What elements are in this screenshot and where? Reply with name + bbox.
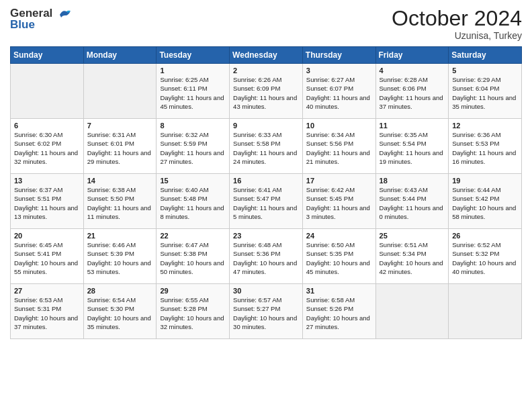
day-number: 9 [233,122,299,130]
day-info: Sunrise: 6:32 AM Sunset: 5:59 PM Dayligh… [160,130,226,166]
day-number: 6 [14,122,80,130]
day-info: Sunrise: 6:50 AM Sunset: 5:35 PM Dayligh… [306,240,372,276]
day-number: 25 [380,232,445,240]
calendar-day-cell [449,284,522,339]
calendar-day-cell [11,64,84,119]
weekday-header-cell: Wednesday [230,47,303,64]
day-info: Sunrise: 6:25 AM Sunset: 6:11 PM Dayligh… [160,75,226,111]
day-number: 29 [160,287,226,295]
day-number: 22 [160,232,226,240]
day-number: 27 [14,287,80,295]
day-info: Sunrise: 6:40 AM Sunset: 5:48 PM Dayligh… [160,185,226,221]
day-info: Sunrise: 6:27 AM Sunset: 6:07 PM Dayligh… [306,75,372,111]
calendar-day-cell: 5Sunrise: 6:29 AM Sunset: 6:04 PM Daylig… [449,64,522,119]
calendar-week-row: 6Sunrise: 6:30 AM Sunset: 6:02 PM Daylig… [11,119,522,174]
weekday-header-cell: Thursday [302,47,375,64]
calendar-day-cell: 28Sunrise: 6:54 AM Sunset: 5:30 PM Dayli… [83,284,157,339]
logo-text: General Blue [10,7,72,32]
day-info: Sunrise: 6:35 AM Sunset: 5:54 PM Dayligh… [380,130,445,166]
calendar-day-cell: 17Sunrise: 6:42 AM Sunset: 5:45 PM Dayli… [302,174,375,229]
day-info: Sunrise: 6:36 AM Sunset: 5:53 PM Dayligh… [452,130,518,166]
calendar-day-cell: 19Sunrise: 6:44 AM Sunset: 5:42 PM Dayli… [449,174,522,229]
calendar-day-cell: 9Sunrise: 6:33 AM Sunset: 5:58 PM Daylig… [230,119,303,174]
calendar-day-cell: 31Sunrise: 6:58 AM Sunset: 5:26 PM Dayli… [302,284,375,339]
day-number: 4 [380,66,445,75]
day-number: 15 [160,177,226,185]
day-number: 20 [14,232,80,240]
calendar-body: 1Sunrise: 6:25 AM Sunset: 6:11 PM Daylig… [11,64,522,339]
day-number: 13 [14,177,80,185]
calendar-week-row: 1Sunrise: 6:25 AM Sunset: 6:11 PM Daylig… [11,64,522,119]
day-info: Sunrise: 6:53 AM Sunset: 5:31 PM Dayligh… [14,295,80,331]
calendar-day-cell: 13Sunrise: 6:37 AM Sunset: 5:51 PM Dayli… [11,174,84,229]
page: General Blue October 2024 Uzunisa, Turke… [0,0,532,411]
weekday-header-cell: Friday [375,47,449,64]
calendar-day-cell: 23Sunrise: 6:48 AM Sunset: 5:36 PM Dayli… [230,229,303,284]
day-info: Sunrise: 6:41 AM Sunset: 5:47 PM Dayligh… [233,185,299,221]
calendar-day-cell [83,64,157,119]
calendar-day-cell: 18Sunrise: 6:43 AM Sunset: 5:44 PM Dayli… [375,174,449,229]
calendar-day-cell: 20Sunrise: 6:45 AM Sunset: 5:41 PM Dayli… [11,229,84,284]
day-number: 14 [87,177,153,185]
logo: General Blue [10,7,72,32]
month-title: October 2024 [392,7,522,30]
calendar-day-cell: 16Sunrise: 6:41 AM Sunset: 5:47 PM Dayli… [230,174,303,229]
calendar-week-row: 13Sunrise: 6:37 AM Sunset: 5:51 PM Dayli… [11,174,522,229]
day-number: 30 [233,287,299,295]
weekday-header-cell: Saturday [449,47,522,64]
calendar-day-cell: 3Sunrise: 6:27 AM Sunset: 6:07 PM Daylig… [302,64,375,119]
calendar-day-cell: 25Sunrise: 6:51 AM Sunset: 5:34 PM Dayli… [375,229,449,284]
header: General Blue October 2024 Uzunisa, Turke… [10,7,522,41]
day-info: Sunrise: 6:45 AM Sunset: 5:41 PM Dayligh… [14,240,80,276]
day-number: 21 [87,232,153,240]
calendar-table: SundayMondayTuesdayWednesdayThursdayFrid… [10,46,522,339]
day-number: 19 [452,177,518,185]
calendar-day-cell: 15Sunrise: 6:40 AM Sunset: 5:48 PM Dayli… [157,174,230,229]
logo-bird-icon [57,7,72,21]
weekday-header-cell: Tuesday [157,47,230,64]
calendar-day-cell: 8Sunrise: 6:32 AM Sunset: 5:59 PM Daylig… [157,119,230,174]
day-info: Sunrise: 6:43 AM Sunset: 5:44 PM Dayligh… [380,185,445,221]
calendar-day-cell: 29Sunrise: 6:55 AM Sunset: 5:28 PM Dayli… [157,284,230,339]
day-number: 31 [306,287,372,295]
day-info: Sunrise: 6:26 AM Sunset: 6:09 PM Dayligh… [233,75,299,111]
calendar-header-row: SundayMondayTuesdayWednesdayThursdayFrid… [11,47,522,64]
weekday-header-cell: Sunday [11,47,84,64]
day-info: Sunrise: 6:38 AM Sunset: 5:50 PM Dayligh… [87,185,153,221]
calendar-day-cell: 6Sunrise: 6:30 AM Sunset: 6:02 PM Daylig… [11,119,84,174]
day-number: 10 [306,122,372,130]
day-number: 17 [306,177,372,185]
day-info: Sunrise: 6:48 AM Sunset: 5:36 PM Dayligh… [233,240,299,276]
calendar-day-cell: 22Sunrise: 6:47 AM Sunset: 5:38 PM Dayli… [157,229,230,284]
day-info: Sunrise: 6:55 AM Sunset: 5:28 PM Dayligh… [160,295,226,331]
day-info: Sunrise: 6:37 AM Sunset: 5:51 PM Dayligh… [14,185,80,221]
day-number: 26 [452,232,518,240]
day-info: Sunrise: 6:51 AM Sunset: 5:34 PM Dayligh… [380,240,445,276]
day-info: Sunrise: 6:30 AM Sunset: 6:02 PM Dayligh… [14,130,80,166]
day-info: Sunrise: 6:52 AM Sunset: 5:32 PM Dayligh… [452,240,518,276]
day-number: 1 [160,66,226,75]
calendar-day-cell: 30Sunrise: 6:57 AM Sunset: 5:27 PM Dayli… [230,284,303,339]
day-number: 12 [452,122,518,130]
day-number: 3 [306,66,372,75]
calendar-day-cell: 10Sunrise: 6:34 AM Sunset: 5:56 PM Dayli… [302,119,375,174]
calendar-day-cell [375,284,449,339]
weekday-header-cell: Monday [83,47,157,64]
title-block: October 2024 Uzunisa, Turkey [392,7,522,41]
calendar-day-cell: 7Sunrise: 6:31 AM Sunset: 6:01 PM Daylig… [83,119,157,174]
day-info: Sunrise: 6:58 AM Sunset: 5:26 PM Dayligh… [306,295,372,331]
day-number: 7 [87,122,153,130]
day-info: Sunrise: 6:44 AM Sunset: 5:42 PM Dayligh… [452,185,518,221]
calendar-day-cell: 21Sunrise: 6:46 AM Sunset: 5:39 PM Dayli… [83,229,157,284]
calendar-day-cell: 26Sunrise: 6:52 AM Sunset: 5:32 PM Dayli… [449,229,522,284]
day-info: Sunrise: 6:42 AM Sunset: 5:45 PM Dayligh… [306,185,372,221]
day-number: 8 [160,122,226,130]
day-info: Sunrise: 6:47 AM Sunset: 5:38 PM Dayligh… [160,240,226,276]
calendar-day-cell: 4Sunrise: 6:28 AM Sunset: 6:06 PM Daylig… [375,64,449,119]
day-number: 24 [306,232,372,240]
location-subtitle: Uzunisa, Turkey [392,30,522,41]
day-number: 16 [233,177,299,185]
calendar-day-cell: 27Sunrise: 6:53 AM Sunset: 5:31 PM Dayli… [11,284,84,339]
calendar-day-cell: 1Sunrise: 6:25 AM Sunset: 6:11 PM Daylig… [157,64,230,119]
day-info: Sunrise: 6:57 AM Sunset: 5:27 PM Dayligh… [233,295,299,331]
